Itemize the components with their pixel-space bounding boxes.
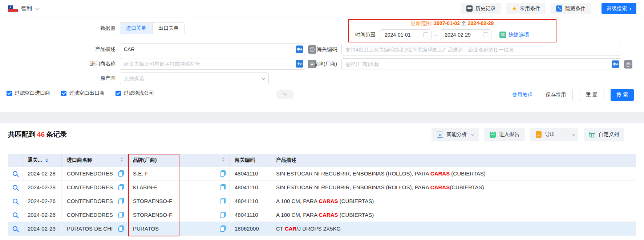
checkbox-filter-blank-exporter[interactable]: 过滤空白出口商 (61, 90, 105, 96)
sort-icons[interactable] (222, 157, 225, 162)
favorite-conditions-button[interactable]: ★ 常用条件 (506, 3, 546, 14)
row-detail-cell (8, 181, 23, 194)
product-description-row: 产品描述 中A (0, 44, 316, 55)
checkbox-checked-icon (7, 91, 12, 96)
hs-code-input[interactable] (341, 44, 621, 55)
export-button[interactable]: → 导出 (530, 128, 560, 141)
sort-asc-icon (222, 157, 225, 159)
chevron-down-icon (571, 132, 575, 136)
copy-icon[interactable] (118, 225, 124, 232)
row-hs-code: 48041110 (230, 208, 271, 222)
copy-icon[interactable] (118, 212, 124, 218)
copy-icon[interactable] (220, 198, 226, 204)
importer-name-input[interactable] (120, 58, 305, 70)
row-brand: KLABIN-F (128, 181, 230, 194)
quick-options-link[interactable]: ⌘ 快捷选项 (499, 32, 529, 38)
magnifier-icon[interactable] (13, 212, 17, 217)
search-button[interactable]: 搜 索 (611, 89, 634, 101)
table-header: 通关... 进口商名称 品牌(厂商) (8, 154, 636, 167)
country-label: 智利 (21, 5, 32, 12)
enter-report-label: 进入报告 (499, 131, 519, 138)
header-brand[interactable]: 品牌(厂商) (128, 154, 230, 167)
flag-star-icon: ★ (8, 5, 13, 9)
row-hs-code: 48041110 (230, 181, 271, 194)
importer-name-row: 进口商名称 中A (0, 58, 316, 70)
copy-icon[interactable] (220, 170, 226, 177)
customize-columns-button[interactable]: 自定义列 (584, 128, 624, 141)
section-divider-band (0, 112, 644, 123)
brand-row: 品牌(厂商) 中A (307, 58, 632, 70)
origin-country-input[interactable] (120, 73, 269, 84)
datasource-label: 数据源 (0, 25, 120, 32)
row-brand: STORAENSO-F (128, 194, 230, 208)
checkbox-filter-blank-importer[interactable]: 过滤空白进口商 (7, 90, 50, 96)
export-icon: → (536, 131, 542, 138)
copy-icon[interactable] (118, 170, 124, 177)
save-favorite-button[interactable]: 保存常用 (539, 89, 573, 101)
checkbox-filter-logistics[interactable]: 过滤物流公司 (116, 90, 154, 96)
collapse-form-button[interactable] (276, 90, 294, 99)
sort-icons[interactable] (45, 158, 48, 162)
magnifier-icon[interactable] (13, 199, 17, 203)
advanced-search-button[interactable]: 高级搜索 › (602, 3, 636, 14)
bi-analysis-icon: BI (437, 132, 443, 138)
row-hs-code: 48041110 (230, 167, 271, 180)
date-to-field (440, 29, 491, 40)
star-icon: ★ (512, 6, 517, 12)
row-importer-name: CONTENEDORES (62, 181, 128, 194)
country-selector[interactable]: ★ 智利 (8, 5, 38, 12)
export-options-button[interactable] (567, 128, 578, 141)
reset-button[interactable]: 重 置 (579, 89, 604, 101)
translate-icon[interactable]: 中A (612, 61, 619, 68)
enter-report-button[interactable]: 进入报告 (484, 128, 525, 141)
header-product-description[interactable]: 产品描述 (271, 154, 636, 167)
hide-conditions-button[interactable]: ⤡ 隐藏条件 (551, 3, 591, 14)
magnifier-icon[interactable] (13, 226, 17, 231)
translate-icon[interactable]: 中A (296, 60, 303, 68)
copy-icon[interactable] (220, 184, 226, 190)
history-button[interactable]: 历史记录 (461, 3, 501, 14)
time-range-highlight-box: 更新范围: 2007-01-02 至 2024-02-29 时间范围 – ⌘ 快… (348, 19, 556, 42)
sort-desc-icon-active (45, 161, 48, 162)
results-toolbar: BI 智能分析 进入报告 → 导出 自定义列 (432, 128, 624, 141)
tutorial-link[interactable]: 使用教程 (512, 92, 532, 98)
table-row: 2024-02-26CONTENEDORESSTORAENSO-F4804111… (8, 194, 636, 208)
tab-import-declarations[interactable]: 进口关单 (120, 23, 152, 34)
keyword-highlight: CARAS (430, 170, 450, 177)
update-range-to: 2024-02-29 (468, 20, 494, 26)
quick-options-label: 快捷选项 (509, 32, 529, 38)
table-body: 2024-02-28CONTENEDORESS.E.-F48041110SIN … (8, 167, 636, 236)
calendar-icon[interactable] (423, 32, 428, 37)
smart-analysis-button[interactable]: BI 智能分析 (432, 128, 479, 141)
product-description-input[interactable] (120, 44, 305, 55)
copy-icon[interactable] (220, 212, 226, 218)
brand-input[interactable] (341, 58, 621, 70)
header-clearance-date[interactable]: 通关... (23, 154, 62, 167)
translate-icon[interactable]: 中A (296, 46, 303, 53)
tab-export-declarations[interactable]: 出口关单 (152, 23, 185, 34)
summary-suffix: 条记录 (46, 131, 67, 138)
exclude-filter-icon[interactable] (624, 60, 632, 69)
origin-country-select[interactable] (120, 73, 269, 84)
table-row: 2024-02-26CONTENEDORESSTORAENSO-F4804111… (8, 208, 636, 222)
keyword-highlight: CARAS (319, 198, 338, 204)
chile-flag-icon: ★ (8, 5, 18, 12)
row-product-description: A 100 CM, PARA CARAS (CUBIERTAS) (271, 194, 636, 208)
row-importer-name: CONTENEDORES (62, 167, 128, 180)
keyword-highlight: CARAS (319, 212, 338, 218)
calendar-icon[interactable] (483, 32, 488, 37)
update-range-line: 更新范围: 2007-01-02 至 2024-02-29 (349, 20, 556, 27)
row-clearance-date: 2024-02-28 (23, 167, 62, 180)
magnifier-icon[interactable] (13, 171, 17, 176)
magnifier-icon[interactable] (13, 185, 17, 190)
copy-icon[interactable] (118, 184, 124, 190)
header-search-column (8, 154, 23, 167)
header-importer-name[interactable]: 进口商名称 (62, 154, 128, 167)
sort-icons[interactable] (120, 157, 123, 162)
copy-icon[interactable] (118, 198, 124, 204)
row-detail-cell (8, 194, 23, 208)
customize-columns-label: 自定义列 (599, 131, 619, 138)
header-hs-code[interactable]: 海关编码 (230, 154, 271, 167)
copy-icon[interactable] (220, 225, 226, 232)
row-product-description: CT CAR/J DROPS 2X5KG (271, 222, 636, 235)
